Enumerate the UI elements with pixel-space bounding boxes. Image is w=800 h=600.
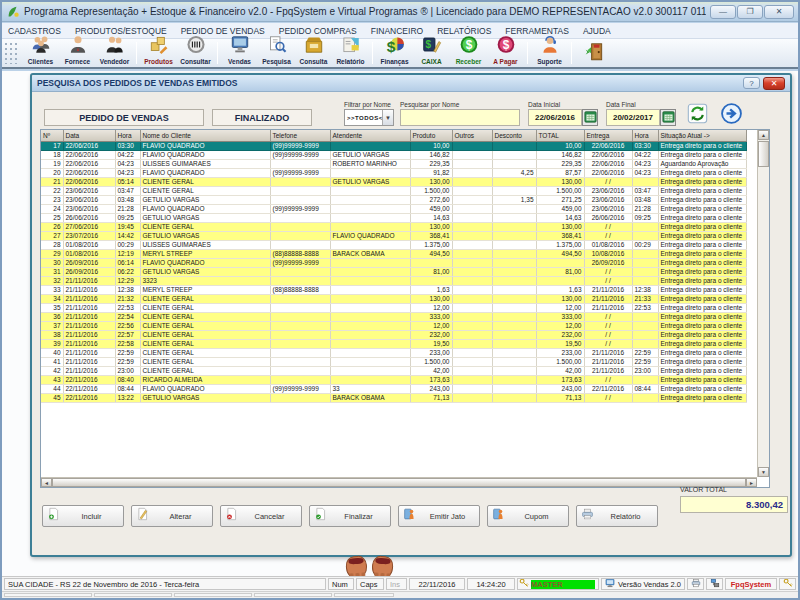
table-row[interactable]: 3721/11/201622:56CLIENTE GERAL12,0012,00… <box>41 321 746 330</box>
cancelar-button[interactable]: Cancelar <box>220 505 302 527</box>
emitir-jato-button[interactable]: Emitir Jato <box>398 505 480 527</box>
toolbar-button-vendas[interactable]: Vendas <box>221 40 258 66</box>
table-header-row[interactable]: NºDataHoraNome do ClienteTelefoneAtenden… <box>41 130 746 141</box>
go-button[interactable] <box>720 104 742 126</box>
table-row[interactable]: 2122/06/201605:14CLIENTE GERALGETULIO VA… <box>41 177 746 186</box>
dialog-close-button[interactable]: ✕ <box>763 77 785 90</box>
status-network[interactable] <box>706 578 723 590</box>
table-row[interactable]: 2901/08/201612:19MERYL STREEP(88)88888-8… <box>41 249 746 258</box>
cell: 45 <box>41 393 63 402</box>
column-header-9[interactable]: TOTAL <box>536 130 584 141</box>
search-input[interactable] <box>400 109 520 126</box>
toolbar-button-caixa[interactable]: $CAIXA <box>413 40 450 66</box>
close-button[interactable]: ✕ <box>764 5 794 19</box>
column-header-0[interactable]: Nº <box>41 130 63 141</box>
toolbar-button-pesquisa[interactable]: Pesquisa <box>258 40 295 66</box>
column-header-1[interactable]: Data <box>63 130 115 141</box>
table-row[interactable]: 2801/08/201600:29ULISSES GUIMARAES1.375,… <box>41 240 746 249</box>
table-row[interactable]: 4322/11/201608:40RICARDO ALMEIDA173,6317… <box>41 375 746 384</box>
refresh-button[interactable] <box>686 104 708 126</box>
table-row[interactable]: 3126/09/201606:22GETULIO VARGAS81,0081,0… <box>41 267 746 276</box>
table-row[interactable]: 3221/11/201612:293323/ /Entrega direto p… <box>41 276 746 285</box>
menu-item-pedido-compras[interactable]: PEDIDO COMPRAS <box>279 26 357 36</box>
minimize-button[interactable]: — <box>710 5 736 19</box>
table-row[interactable]: 2223/06/201603:47CLIENTE GERAL1.500,001.… <box>41 186 746 195</box>
table-row[interactable]: 4422/11/201608:44FLAVIO QUADRADO(99)9999… <box>41 384 746 393</box>
calendar-start-button[interactable] <box>582 109 598 126</box>
menu-item-produtos-estoque[interactable]: PRODUTOS/ESTOQUE <box>75 26 167 36</box>
table-row-selected[interactable]: 1722/06/201603:30FLAVIO QUADRADO(99)9999… <box>41 141 746 150</box>
alterar-button[interactable]: Alterar <box>131 505 213 527</box>
menu-item-ajuda[interactable]: AJUDA <box>583 26 611 36</box>
table-row[interactable]: 2627/06/201619:45CLIENTE GERAL130,00130,… <box>41 222 746 231</box>
calendar-end-button[interactable] <box>660 109 676 126</box>
toolbar-button-produtos[interactable]: Produtos <box>140 40 177 66</box>
column-header-11[interactable]: Hora <box>632 130 658 141</box>
toolbar-button-clientes[interactable]: Clientes <box>22 40 59 66</box>
table-row[interactable]: 2022/06/201604:23FLAVIO QUADRADO(99)9999… <box>41 168 746 177</box>
table-row[interactable]: 3421/11/201621:32CLIENTE GERAL130,00130,… <box>41 294 746 303</box>
table-row[interactable]: 4021/11/201622:59CLIENTE GERAL233,00233,… <box>41 348 746 357</box>
toolbar-button-a-pagar[interactable]: $A Pagar <box>487 40 524 66</box>
name-filter-dropdown[interactable]: >>TODOS<< ▼ <box>344 109 394 126</box>
menu-item-cadastros[interactable]: CADASTROS <box>8 26 61 36</box>
date-end-field[interactable]: 20/02/2017 <box>606 109 660 126</box>
table-row[interactable]: 2323/06/201603:48GETULIO VARGAS272,601,3… <box>41 195 746 204</box>
chevron-down-icon[interactable]: ▼ <box>382 110 393 125</box>
toolbar-button-vendedor[interactable]: Vendedor <box>96 40 133 66</box>
vertical-scrollbar[interactable]: ▲ ▼ <box>757 130 769 477</box>
scroll-left-icon[interactable]: ◄ <box>41 478 52 487</box>
scroll-thumb[interactable] <box>758 141 769 167</box>
scroll-down-icon[interactable]: ▼ <box>758 467 769 477</box>
column-header-4[interactable]: Telefone <box>270 130 330 141</box>
table-row[interactable]: 3521/11/201622:53CLIENTE GERAL12,0012,00… <box>41 303 746 312</box>
maximize-button[interactable]: ❐ <box>737 5 763 19</box>
table-row[interactable]: 2723/07/201614:42GETULIO VARGASFLAVIO QU… <box>41 231 746 240</box>
column-header-5[interactable]: Atendente <box>330 130 410 141</box>
menu-item-financeiro[interactable]: FINANCEIRO <box>371 26 423 36</box>
table-row[interactable]: 3621/11/201622:54CLIENTE GERAL333,00333,… <box>41 312 746 321</box>
incluir-button[interactable]: Incluir <box>42 505 124 527</box>
column-header-7[interactable]: Outros <box>452 130 492 141</box>
column-header-12[interactable]: Situação Atual -> <box>658 130 746 141</box>
menu-item-relat-rios[interactable]: RELATÓRIOS <box>437 26 491 36</box>
cell <box>452 186 492 195</box>
table-row[interactable]: 3026/09/201606:14FLAVIO QUADRADO(99)9999… <box>41 258 746 267</box>
table-row[interactable]: 1922/06/201604:23ULISSES GUIMARAESROBERT… <box>41 159 746 168</box>
horizontal-scrollbar[interactable]: ◄ ► <box>41 477 757 487</box>
scroll-up-icon[interactable]: ▲ <box>758 130 769 140</box>
menu-item-pedido-de-vendas[interactable]: PEDIDO DE VENDAS <box>181 26 265 36</box>
table-row[interactable]: 3921/11/201622:58CLIENTE GERAL19,5019,50… <box>41 339 746 348</box>
column-header-10[interactable]: Entrega <box>584 130 632 141</box>
toolbar-button-consultar[interactable]: Consultar <box>177 40 214 66</box>
table-row[interactable]: 4221/11/201623:00CLIENTE GERAL42,0042,00… <box>41 366 746 375</box>
toolbar-button-suporte[interactable]: Suporte <box>531 40 568 66</box>
column-header-3[interactable]: Nome do Cliente <box>140 130 270 141</box>
table-row[interactable]: 4522/11/201613:22GETULIO VARGASBARACK OB… <box>41 393 746 402</box>
date-start-field[interactable]: 22/06/2016 <box>528 109 582 126</box>
table-row[interactable]: 2526/06/201609:25GETULIO VARGAS14,6314,6… <box>41 213 746 222</box>
toolbar-button-consulta[interactable]: Consulta <box>295 40 332 66</box>
hscroll-thumb[interactable] <box>52 478 746 487</box>
column-header-8[interactable]: Desconto <box>492 130 536 141</box>
table-row[interactable]: 3321/11/201612:38MERYL STREEP(88)88888-8… <box>41 285 746 294</box>
help-button[interactable]: ? <box>743 77 760 89</box>
cell: 12,00 <box>536 303 584 312</box>
table-row[interactable]: 3821/11/201622:57CLIENTE GERAL232,00232,… <box>41 330 746 339</box>
toolbar-button-exit[interactable] <box>575 40 612 66</box>
column-header-2[interactable]: Hora <box>115 130 140 141</box>
scroll-right-icon[interactable]: ► <box>746 478 757 487</box>
table-row[interactable]: 2423/06/201621:28FLAVIO QUADRADO(99)9999… <box>41 204 746 213</box>
cupom-button[interactable]: Cupom <box>487 505 569 527</box>
toolbar-button-receber[interactable]: $Receber <box>450 40 487 66</box>
relat-rio-button[interactable]: Relatório <box>576 505 658 527</box>
status-printer[interactable] <box>687 578 704 590</box>
table-row[interactable]: 1822/06/201604:22FLAVIO QUADRADO(99)9999… <box>41 150 746 159</box>
toolbar-button-finan-as[interactable]: $Finanças <box>376 40 413 66</box>
toolbar-button-fornece[interactable]: Fornece <box>59 40 96 66</box>
table-row[interactable]: 4121/11/201622:59CLIENTE GERAL1.500,001.… <box>41 357 746 366</box>
toolbar-button-relat-rio[interactable]: Relatório <box>332 40 369 66</box>
column-header-6[interactable]: Produto <box>410 130 452 141</box>
menu-item-ferramentas[interactable]: FERRAMENTAS <box>505 26 569 36</box>
finalizar-button[interactable]: Finalizar <box>309 505 391 527</box>
